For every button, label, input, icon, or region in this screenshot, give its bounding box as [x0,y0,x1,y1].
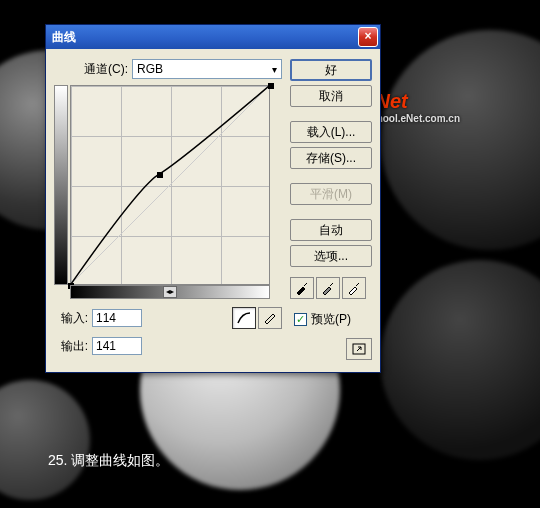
eyedropper-black-icon [294,280,310,296]
preview-checkbox[interactable]: ✓ [294,313,307,326]
close-button[interactable]: × [358,27,378,47]
channel-value: RGB [137,62,163,76]
curve-path [71,86,269,284]
dialog-title: 曲线 [52,29,358,46]
preview-label: 预览(P) [311,311,351,328]
curve-graph[interactable] [70,85,270,285]
expand-button[interactable] [346,338,372,360]
smooth-button: 平滑(M) [290,183,372,205]
pencil-tool-button[interactable] [258,307,282,329]
input-gradient: ◂▸ [70,285,270,299]
step-caption: 25. 调整曲线如图。 [48,452,169,470]
pencil-icon [262,311,278,325]
close-icon: × [364,29,371,43]
input-field[interactable] [92,309,142,327]
output-field[interactable] [92,337,142,355]
gray-eyedropper-button[interactable] [316,277,340,299]
eyedropper-white-icon [346,280,362,296]
options-button[interactable]: 选项... [290,245,372,267]
eyedropper-gray-icon [320,280,336,296]
cancel-button[interactable]: 取消 [290,85,372,107]
gradient-handle[interactable]: ◂▸ [163,286,177,298]
output-gradient [54,85,68,285]
save-button[interactable]: 存储(S)... [290,147,372,169]
output-label: 输出: [54,338,88,355]
load-button[interactable]: 载入(L)... [290,121,372,143]
titlebar[interactable]: 曲线 × [46,25,380,49]
curve-control-point[interactable] [157,172,163,178]
curve-endpoint-high[interactable] [268,83,274,89]
channel-label: 通道(C): [84,61,128,78]
chevron-down-icon: ▾ [272,64,277,75]
black-eyedropper-button[interactable] [290,277,314,299]
channel-select[interactable]: RGB ▾ [132,59,282,79]
svg-line-0 [71,86,269,284]
curve-icon [236,311,252,325]
curves-dialog: 曲线 × 通道(C): RGB ▾ [45,24,381,373]
auto-button[interactable]: 自动 [290,219,372,241]
ok-button[interactable]: 好 [290,59,372,81]
input-label: 输入: [54,310,88,327]
white-eyedropper-button[interactable] [342,277,366,299]
expand-icon [351,342,367,356]
curve-tool-button[interactable] [232,307,256,329]
